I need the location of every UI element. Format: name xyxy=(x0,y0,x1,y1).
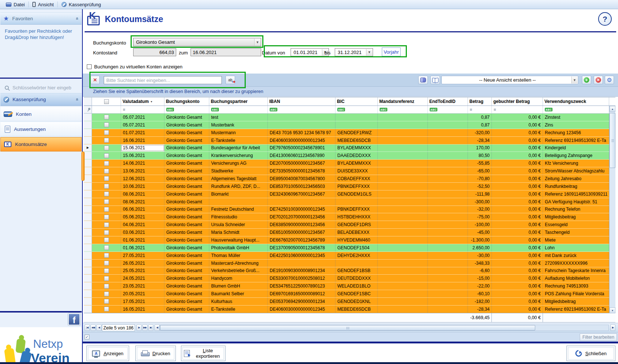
row-indicator[interactable] xyxy=(84,244,92,251)
cell-iban[interactable]: DE43 7016 9530 1234 5678 97 xyxy=(268,129,335,136)
cell-mandatsreferenz[interactable] xyxy=(378,298,428,305)
cell-mandatsreferenz[interactable] xyxy=(378,206,428,213)
table-row[interactable]: 01.06.2021Girokonto GesamtHausverwaltung… xyxy=(84,236,615,244)
cell-iban[interactable]: DE69701691650000089012 xyxy=(268,290,335,297)
cell-betrag[interactable]: 0,87 xyxy=(468,114,492,121)
cell-mandatsreferenz[interactable] xyxy=(378,236,428,244)
cell-verwendungszweck[interactable]: Lohn xyxy=(543,244,609,251)
cell-betrag[interactable]: -55,85 xyxy=(468,160,492,167)
cell-gebuchter_betrag[interactable]: 0,00 € xyxy=(492,244,543,251)
cell-endtoendid[interactable] xyxy=(428,206,468,213)
cell-betrag[interactable]: -52,50 xyxy=(468,183,492,190)
cell-buchungskonto[interactable]: Girokonto Gesamt xyxy=(164,144,209,152)
row-checkbox[interactable] xyxy=(104,215,109,220)
cell-iban[interactable]: DE63850900000000123456 xyxy=(268,221,335,228)
cell-valutadatum[interactable]: 01.07.2021 xyxy=(121,129,164,136)
cell-verwendungszweck[interactable]: Aufladung Mobiltelefon xyxy=(543,275,609,282)
cell-buchungspartner[interactable]: Handycom xyxy=(209,275,268,282)
cell-verwendungszweck[interactable]: Referenz 6921949513092 E-Ta xyxy=(543,137,609,144)
cell-verwendungszweck[interactable]: Essensgeld xyxy=(543,221,609,228)
row-checkbox[interactable] xyxy=(104,138,109,143)
cell-verwendungszweck[interactable]: Rundfunkbeitrag xyxy=(543,183,609,190)
cell-mandatsreferenz[interactable] xyxy=(378,229,428,236)
cell-bic[interactable]: HYVEDEMM460 xyxy=(335,236,378,244)
status-checkbox[interactable]: ✓ xyxy=(85,335,89,339)
cell-endtoendid[interactable] xyxy=(428,282,468,290)
cell-valutadatum[interactable]: 26.05.2021 xyxy=(121,260,164,267)
cell-gebuchter_betrag[interactable]: 0,00 € xyxy=(492,137,543,144)
cell-buchungskonto[interactable]: Girokonto Gesamt xyxy=(164,206,209,213)
row-checkbox[interactable] xyxy=(104,176,109,181)
cell-buchungskonto[interactable]: Girokonto Gesamt xyxy=(164,282,209,290)
cell-buchungskonto[interactable]: Girokonto Gesamt xyxy=(164,129,209,136)
cell-buchungskonto[interactable]: Girokonto Gesamt xyxy=(164,229,209,236)
row-indicator[interactable] xyxy=(84,206,92,213)
vertical-scrollbar[interactable]: ▲ ▼ xyxy=(609,106,615,313)
row-checkbox[interactable] xyxy=(104,307,109,311)
row-checkbox[interactable] xyxy=(104,268,109,273)
cell-gebuchter_betrag[interactable]: 0,00 € xyxy=(492,275,543,282)
cell-verwendungszweck[interactable]: Zinstest xyxy=(543,114,609,121)
cell-buchungspartner[interactable]: Verkehrsbetriebe Groß... xyxy=(209,267,268,275)
cell-bic[interactable]: GENODEF1DRS xyxy=(335,221,378,228)
filter-cell-betrag[interactable]: = xyxy=(468,106,492,113)
cell-endtoendid[interactable] xyxy=(428,298,468,305)
checkbox-cell[interactable] xyxy=(92,252,121,259)
cell-endtoendid[interactable] xyxy=(428,121,468,129)
row-checkbox[interactable] xyxy=(104,146,109,150)
cell-mandatsreferenz[interactable] xyxy=(378,198,428,206)
cell-gebuchter_betrag[interactable]: 0,00 € xyxy=(492,129,543,136)
cell-mandatsreferenz[interactable] xyxy=(378,175,428,182)
cell-bic[interactable]: GENODED1KNL xyxy=(335,298,378,305)
row-checkbox[interactable] xyxy=(104,245,109,250)
table-row[interactable]: 16.06.2021Girokonto GesamtE-TankstelleDE… xyxy=(84,137,615,144)
cell-betrag[interactable]: -300,00 xyxy=(468,198,492,206)
cell-bic[interactable]: BELADEBEXXX xyxy=(335,229,378,236)
row-checkbox[interactable] xyxy=(104,192,109,196)
cell-gebuchter_betrag[interactable]: 0,00 € xyxy=(492,206,543,213)
cell-gebuchter_betrag[interactable]: 0,00 € xyxy=(492,190,543,198)
cell-bic[interactable]: GENODEF1SBC xyxy=(335,290,378,297)
liste-exportieren-button[interactable]: Liste exportieren xyxy=(181,346,225,361)
cell-verwendungszweck[interactable]: GA Verfügung Hauptstr. 51 xyxy=(543,198,609,206)
checkbox-cell[interactable] xyxy=(92,213,121,221)
scroll-up-icon[interactable]: ▲ xyxy=(610,106,615,112)
cell-endtoendid[interactable] xyxy=(428,175,468,182)
cell-iban[interactable]: DE53476512250007890123 xyxy=(268,282,335,290)
cell-betrag[interactable]: -75,00 xyxy=(468,213,492,221)
cell-gebuchter_betrag[interactable]: 0,00 € xyxy=(492,252,543,259)
table-row[interactable]: 23.05.2021Girokonto GesamtBlumen GmbHDE5… xyxy=(84,282,615,290)
filter-cell-verwendungszweck[interactable]: ABC xyxy=(543,106,609,113)
cell-endtoendid[interactable] xyxy=(428,198,468,206)
cell-bic[interactable]: DAAEDEDDXXX xyxy=(335,152,378,159)
cell-valutadatum[interactable]: 04.06.2021 xyxy=(121,221,164,228)
cell-gebuchter_betrag[interactable]: 0,00 € xyxy=(492,260,543,267)
cell-endtoendid[interactable] xyxy=(428,152,468,159)
row-checkbox[interactable] xyxy=(104,222,109,227)
cell-valutadatum[interactable]: 01.06.2021 xyxy=(121,244,164,251)
cell-gebuchter_betrag[interactable]: 0,00 € xyxy=(492,298,543,305)
cell-endtoendid[interactable] xyxy=(428,137,468,144)
scrollbar-thumb[interactable] xyxy=(610,113,615,168)
cell-bic[interactable] xyxy=(335,260,378,267)
cell-bic[interactable]: PBNKDEFFXXX xyxy=(335,206,378,213)
filter-cell-buchungspartner[interactable]: ABC xyxy=(209,106,268,113)
cell-mandatsreferenz[interactable] xyxy=(378,183,428,190)
row-indicator[interactable] xyxy=(84,137,92,144)
cell-betrag[interactable]: 80,50 xyxy=(468,152,492,159)
row-indicator[interactable] xyxy=(84,129,92,136)
cell-bic[interactable] xyxy=(335,121,378,129)
row-indicator[interactable] xyxy=(84,175,92,182)
cell-betrag[interactable]: -22,00 xyxy=(468,282,492,290)
row-checkbox[interactable] xyxy=(104,169,109,174)
cell-endtoendid[interactable] xyxy=(428,260,468,267)
checkbox-cell[interactable] xyxy=(92,114,121,121)
cell-buchungspartner[interactable]: E-Tankstelle xyxy=(209,306,268,313)
cell-endtoendid[interactable] xyxy=(428,252,468,259)
cell-gebuchter_betrag[interactable]: 0,00 € xyxy=(492,167,543,175)
cell-verwendungszweck[interactable]: mit Dank zurück xyxy=(543,252,609,259)
cell-verwendungszweck[interactable]: POS Zahlung Filiale Vordersta xyxy=(543,290,609,297)
cell-endtoendid[interactable] xyxy=(428,160,468,167)
cell-endtoendid[interactable] xyxy=(428,190,468,198)
checkbox-cell[interactable] xyxy=(92,152,121,159)
